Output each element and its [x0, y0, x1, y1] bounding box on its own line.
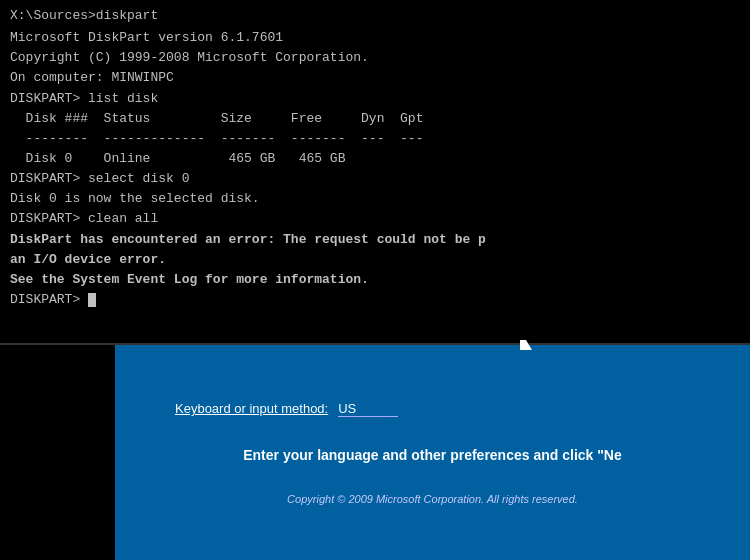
- keyboard-label: Keyboard or input method:: [175, 401, 328, 416]
- cmd-line: On computer: MINWINPC: [10, 68, 740, 88]
- cmd-line: DISKPART> select disk 0: [10, 169, 740, 189]
- cmd-line: DISKPART> list disk: [10, 89, 740, 109]
- cmd-line: See the System Event Log for more inform…: [10, 270, 740, 290]
- cmd-line: Disk 0 is now the selected disk.: [10, 189, 740, 209]
- cmd-line: DISKPART>: [10, 290, 740, 310]
- cmd-title: X:\Sources>diskpart: [10, 6, 740, 26]
- cmd-line: an I/O device error.: [10, 250, 740, 270]
- cmd-line: DISKPART> clean all: [10, 209, 740, 229]
- cmd-line: Copyright (C) 1999-2008 Microsoft Corpor…: [10, 48, 740, 68]
- cmd-line: Microsoft DiskPart version 6.1.7601: [10, 28, 740, 48]
- cmd-cursor: [88, 293, 96, 307]
- cmd-line: DiskPart has encountered an error: The r…: [10, 230, 740, 250]
- cmd-line: -------- ------------- ------- ------- -…: [10, 129, 740, 149]
- cmd-line: Disk 0 Online 465 GB 465 GB: [10, 149, 740, 169]
- setup-screen: Keyboard or input method: Enter your lan…: [115, 345, 750, 560]
- setup-main-text: Enter your language and other preference…: [243, 447, 622, 463]
- setup-copyright: Copyright © 2009 Microsoft Corporation. …: [287, 493, 578, 505]
- cmd-output: Microsoft DiskPart version 6.1.7601Copyr…: [10, 28, 740, 310]
- keyboard-row: Keyboard or input method:: [175, 401, 398, 417]
- cmd-line: Disk ### Status Size Free Dyn Gpt: [10, 109, 740, 129]
- keyboard-input[interactable]: [338, 401, 398, 417]
- cmd-window: X:\Sources>diskpart Microsoft DiskPart v…: [0, 0, 750, 370]
